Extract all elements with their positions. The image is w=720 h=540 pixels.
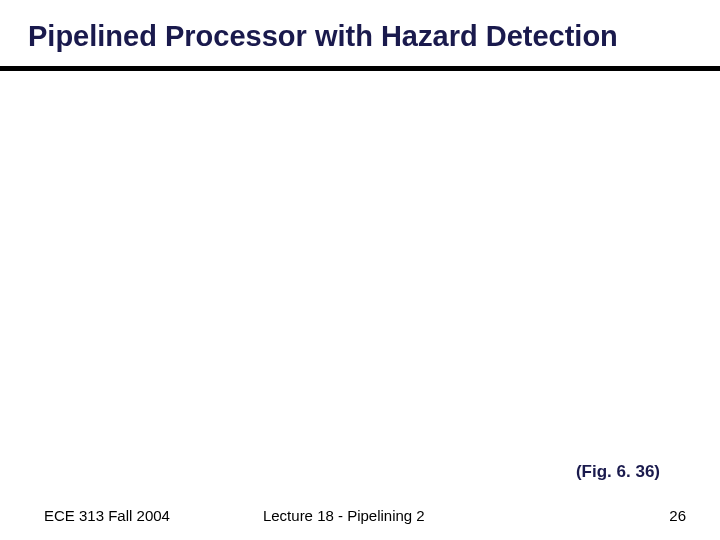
figure-reference: (Fig. 6. 36) (576, 462, 660, 482)
footer-page-number: 26 (669, 507, 686, 524)
slide-title: Pipelined Processor with Hazard Detectio… (0, 0, 720, 54)
slide-footer: ECE 313 Fall 2004 Lecture 18 - Pipelinin… (0, 507, 720, 524)
footer-left: ECE 313 Fall 2004 (44, 507, 170, 524)
footer-center: Lecture 18 - Pipelining 2 (263, 507, 425, 524)
title-rule (0, 66, 720, 71)
slide: Pipelined Processor with Hazard Detectio… (0, 0, 720, 540)
